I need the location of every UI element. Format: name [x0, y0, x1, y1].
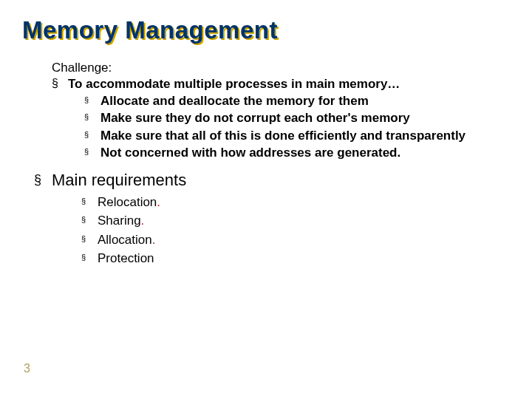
slide-body: Challenge: To accommodate multiple proce…	[52, 61, 510, 266]
page-number: 3	[24, 362, 30, 375]
slide: Memory Management Challenge: To accommod…	[0, 0, 532, 399]
req-text: Protection	[98, 251, 154, 265]
section-item: Main requirements Relocation. Sharing. A…	[34, 171, 510, 266]
req-text: Relocation	[98, 195, 157, 209]
level3-item: Relocation.	[81, 194, 510, 210]
level2-item: Not concerned with how addresses are gen…	[84, 145, 510, 160]
slide-title: Memory Management	[22, 16, 278, 44]
level2-item: Make sure that all of this is done effic…	[84, 128, 510, 143]
level1-list: To accommodate multiple processes in mai…	[52, 77, 510, 160]
req-text: Sharing	[98, 214, 141, 228]
level3-item: Sharing.	[81, 213, 510, 228]
section-title: Main requirements	[52, 171, 186, 189]
req-dot: .	[152, 233, 156, 247]
level3-item: Protection	[81, 250, 510, 266]
level2-item: Make sure they do not corrupt each other…	[84, 110, 510, 126]
challenge-lead: Challenge:	[52, 61, 510, 75]
level3-item: Allocation.	[81, 232, 510, 248]
req-dot: .	[157, 195, 160, 209]
level2-list: Allocate and deallocate the memory for t…	[68, 93, 510, 160]
level1-text: To accommodate multiple processes in mai…	[68, 77, 400, 91]
req-text: Allocation	[98, 233, 152, 247]
level3-list: Relocation. Sharing. Allocation. Protect…	[52, 194, 510, 266]
section-list: Main requirements Relocation. Sharing. A…	[52, 171, 510, 266]
level1-item: To accommodate multiple processes in mai…	[52, 77, 510, 160]
req-dot: .	[141, 214, 145, 228]
level2-item: Allocate and deallocate the memory for t…	[84, 93, 510, 109]
